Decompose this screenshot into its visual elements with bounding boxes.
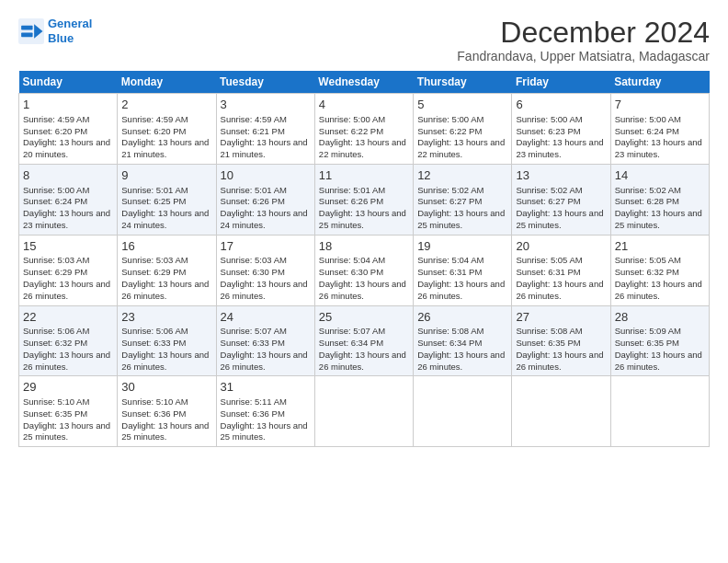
sunrise-text: Sunrise: 5:07 AM bbox=[221, 326, 287, 336]
day-number: 18 bbox=[319, 238, 409, 255]
sunset-text: Sunset: 6:25 PM bbox=[121, 196, 186, 206]
header-cell-thursday: Thursday bbox=[414, 71, 512, 94]
calendar-cell: 7Sunrise: 5:00 AMSunset: 6:24 PMDaylight… bbox=[610, 94, 709, 165]
daylight-text: Daylight: 13 hours and 25 minutes. bbox=[615, 208, 702, 230]
calendar-cell: 18Sunrise: 5:04 AMSunset: 6:30 PMDayligh… bbox=[314, 235, 413, 305]
sunset-text: Sunset: 6:31 PM bbox=[417, 267, 482, 277]
sunset-text: Sunset: 6:34 PM bbox=[319, 338, 383, 348]
daylight-text: Daylight: 13 hours and 23 minutes. bbox=[615, 137, 702, 159]
calendar-cell: 13Sunrise: 5:02 AMSunset: 6:27 PMDayligh… bbox=[512, 164, 610, 235]
day-number: 16 bbox=[121, 238, 211, 255]
daylight-text: Daylight: 13 hours and 26 minutes. bbox=[615, 350, 702, 372]
sunrise-text: Sunrise: 5:02 AM bbox=[516, 185, 582, 195]
sunrise-text: Sunrise: 5:04 AM bbox=[417, 255, 483, 265]
header-cell-friday: Friday bbox=[512, 71, 610, 94]
sunrise-text: Sunrise: 5:08 AM bbox=[516, 326, 582, 336]
sunset-text: Sunset: 6:35 PM bbox=[516, 338, 580, 348]
header-cell-wednesday: Wednesday bbox=[314, 71, 413, 94]
calendar-cell: 4Sunrise: 5:00 AMSunset: 6:22 PMDaylight… bbox=[314, 94, 413, 165]
sunset-text: Sunset: 6:22 PM bbox=[417, 126, 482, 136]
sunrise-text: Sunrise: 5:06 AM bbox=[121, 326, 188, 336]
sunset-text: Sunset: 6:20 PM bbox=[23, 126, 87, 136]
day-number: 20 bbox=[516, 238, 606, 255]
sunset-text: Sunset: 6:33 PM bbox=[221, 338, 285, 348]
sunrise-text: Sunrise: 5:02 AM bbox=[417, 185, 483, 195]
day-number: 30 bbox=[121, 379, 211, 396]
sunset-text: Sunset: 6:35 PM bbox=[23, 408, 87, 419]
day-number: 15 bbox=[23, 238, 113, 255]
calendar-cell: 25Sunrise: 5:07 AMSunset: 6:34 PMDayligh… bbox=[314, 305, 413, 376]
calendar-cell bbox=[414, 376, 512, 447]
daylight-text: Daylight: 13 hours and 22 minutes. bbox=[319, 137, 406, 159]
calendar-cell: 30Sunrise: 5:10 AMSunset: 6:36 PMDayligh… bbox=[118, 376, 216, 447]
sunrise-text: Sunrise: 5:06 AM bbox=[23, 326, 89, 336]
sunrise-text: Sunrise: 5:08 AM bbox=[417, 326, 483, 336]
calendar-cell: 29Sunrise: 5:10 AMSunset: 6:35 PMDayligh… bbox=[19, 376, 118, 447]
sunrise-text: Sunrise: 5:03 AM bbox=[121, 255, 188, 265]
week-row-3: 15Sunrise: 5:03 AMSunset: 6:29 PMDayligh… bbox=[19, 235, 710, 305]
logo-text: General Blue bbox=[48, 17, 92, 45]
calendar-cell: 8Sunrise: 5:00 AMSunset: 6:24 PMDaylight… bbox=[19, 164, 118, 235]
day-number: 22 bbox=[23, 309, 113, 326]
sunset-text: Sunset: 6:23 PM bbox=[516, 126, 580, 136]
calendar-cell: 28Sunrise: 5:09 AMSunset: 6:35 PMDayligh… bbox=[610, 305, 709, 376]
sunset-text: Sunset: 6:36 PM bbox=[221, 408, 285, 419]
calendar-cell: 24Sunrise: 5:07 AMSunset: 6:33 PMDayligh… bbox=[216, 305, 314, 376]
sunset-text: Sunset: 6:27 PM bbox=[417, 196, 482, 206]
day-number: 8 bbox=[23, 167, 113, 184]
daylight-text: Daylight: 13 hours and 21 minutes. bbox=[121, 137, 209, 159]
calendar-cell: 15Sunrise: 5:03 AMSunset: 6:29 PMDayligh… bbox=[19, 235, 118, 305]
svg-rect-2 bbox=[21, 25, 32, 29]
day-number: 29 bbox=[23, 379, 113, 396]
daylight-text: Daylight: 13 hours and 26 minutes. bbox=[319, 350, 406, 372]
calendar-cell: 11Sunrise: 5:01 AMSunset: 6:26 PMDayligh… bbox=[314, 164, 413, 235]
day-number: 4 bbox=[319, 97, 409, 113]
calendar-cell: 12Sunrise: 5:02 AMSunset: 6:27 PMDayligh… bbox=[414, 164, 512, 235]
sunrise-text: Sunrise: 5:00 AM bbox=[23, 185, 89, 195]
sunrise-text: Sunrise: 5:00 AM bbox=[516, 114, 582, 124]
page: General Blue December 2024 Fandrandava, … bbox=[0, 0, 728, 458]
daylight-text: Daylight: 13 hours and 25 minutes. bbox=[23, 420, 110, 442]
calendar-cell bbox=[610, 376, 709, 447]
header-cell-saturday: Saturday bbox=[610, 71, 709, 94]
day-number: 23 bbox=[121, 309, 211, 326]
sunset-text: Sunset: 6:36 PM bbox=[121, 408, 186, 419]
calendar-cell: 5Sunrise: 5:00 AMSunset: 6:22 PMDaylight… bbox=[414, 94, 512, 165]
calendar-cell: 14Sunrise: 5:02 AMSunset: 6:28 PMDayligh… bbox=[610, 164, 709, 235]
day-number: 10 bbox=[221, 167, 311, 184]
daylight-text: Daylight: 13 hours and 26 minutes. bbox=[121, 279, 209, 301]
day-number: 6 bbox=[516, 97, 606, 113]
sunrise-text: Sunrise: 5:11 AM bbox=[221, 396, 287, 407]
day-number: 21 bbox=[615, 238, 705, 255]
sunset-text: Sunset: 6:35 PM bbox=[615, 338, 679, 348]
calendar-cell: 26Sunrise: 5:08 AMSunset: 6:34 PMDayligh… bbox=[414, 305, 512, 376]
calendar-cell: 19Sunrise: 5:04 AMSunset: 6:31 PMDayligh… bbox=[414, 235, 512, 305]
daylight-text: Daylight: 13 hours and 25 minutes. bbox=[221, 420, 308, 442]
daylight-text: Daylight: 13 hours and 23 minutes. bbox=[23, 208, 110, 230]
sunset-text: Sunset: 6:30 PM bbox=[319, 267, 383, 277]
calendar-cell: 2Sunrise: 4:59 AMSunset: 6:20 PMDaylight… bbox=[118, 94, 216, 165]
calendar-cell: 16Sunrise: 5:03 AMSunset: 6:29 PMDayligh… bbox=[118, 235, 216, 305]
sunrise-text: Sunrise: 5:01 AM bbox=[319, 185, 385, 195]
location-title: Fandrandava, Upper Matsiatra, Madagascar bbox=[457, 49, 710, 63]
calendar-cell: 17Sunrise: 5:03 AMSunset: 6:30 PMDayligh… bbox=[216, 235, 314, 305]
week-row-5: 29Sunrise: 5:10 AMSunset: 6:35 PMDayligh… bbox=[19, 376, 710, 447]
calendar-cell bbox=[512, 376, 610, 447]
daylight-text: Daylight: 13 hours and 26 minutes. bbox=[23, 279, 110, 301]
sunrise-text: Sunrise: 5:05 AM bbox=[516, 255, 582, 265]
day-number: 9 bbox=[121, 167, 211, 184]
day-number: 27 bbox=[516, 309, 606, 326]
day-number: 26 bbox=[417, 309, 507, 326]
day-number: 14 bbox=[615, 167, 705, 184]
daylight-text: Daylight: 13 hours and 26 minutes. bbox=[221, 350, 308, 372]
sunset-text: Sunset: 6:29 PM bbox=[121, 267, 186, 277]
day-number: 25 bbox=[319, 309, 409, 326]
daylight-text: Daylight: 13 hours and 26 minutes. bbox=[221, 279, 308, 301]
daylight-text: Daylight: 13 hours and 25 minutes. bbox=[319, 208, 406, 230]
sunset-text: Sunset: 6:33 PM bbox=[121, 338, 186, 348]
day-number: 28 bbox=[615, 309, 705, 326]
daylight-text: Daylight: 13 hours and 26 minutes. bbox=[615, 279, 702, 301]
logo-line1: General bbox=[48, 17, 92, 30]
sunrise-text: Sunrise: 5:01 AM bbox=[221, 185, 287, 195]
week-row-2: 8Sunrise: 5:00 AMSunset: 6:24 PMDaylight… bbox=[19, 164, 710, 235]
